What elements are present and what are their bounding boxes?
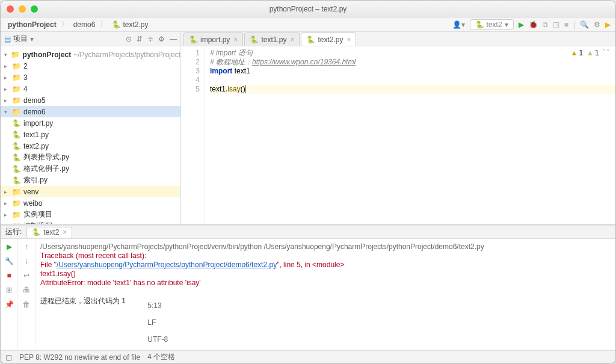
- run-button[interactable]: ▶: [519, 20, 524, 29]
- project-tree[interactable]: ▾📁pythonProject~/PycharmProjects/pythonP…: [1, 46, 180, 224]
- chevron-down-icon[interactable]: ▾: [30, 35, 34, 43]
- window-minimize-button[interactable]: [19, 5, 26, 13]
- run-side-toolbar: ▶ 🔧 ■ ⊞ 📌 ↑ ↓ ↩ 🖶 🗑: [1, 239, 35, 350]
- breadcrumb-item[interactable]: demo6: [71, 19, 98, 30]
- indent-setting[interactable]: 4 个空格: [147, 352, 611, 362]
- show-options-icon[interactable]: ⚙: [158, 35, 165, 43]
- status-bar: ▢ PEP 8: W292 no newline at end of file …: [1, 350, 615, 363]
- down-stack-button[interactable]: ↓: [25, 257, 28, 265]
- close-icon[interactable]: ×: [346, 35, 351, 44]
- coverage-button[interactable]: ⧉: [543, 20, 548, 29]
- modify-run-button[interactable]: 🔧: [5, 257, 14, 265]
- breadcrumb-item[interactable]: pythonProject: [5, 19, 59, 30]
- window-maximize-button[interactable]: [31, 5, 38, 13]
- window-title: pythonProject – text2.py: [1, 5, 615, 13]
- expand-all-icon[interactable]: ⇵: [137, 35, 143, 43]
- tree-item[interactable]: ▸📁4: [1, 83, 180, 94]
- editor-tab[interactable]: 🐍text1.py×: [244, 32, 300, 46]
- status-message: PEP 8: W292 no newline at end of file: [19, 353, 140, 362]
- tree-item[interactable]: ▸📁weibo: [1, 197, 180, 209]
- navbar: pythonProject 〉 demo6 〉 🐍 text2.py 👤▾ 🐍 …: [1, 17, 615, 32]
- code-comment: # import 语句: [210, 49, 253, 57]
- hide-panel-icon[interactable]: —: [170, 35, 177, 43]
- console-file-link[interactable]: /Users/yanshuopeng/PycharmProjects/pytho…: [57, 261, 277, 269]
- pin-button[interactable]: 📌: [5, 300, 14, 309]
- tree-item[interactable]: 🐍import.py: [1, 117, 180, 129]
- up-stack-button[interactable]: ↑: [25, 242, 28, 251]
- clear-button[interactable]: 🗑: [23, 300, 30, 309]
- python-file-icon: 🐍: [32, 228, 41, 236]
- run-anything-icon[interactable]: ▶: [605, 20, 611, 29]
- window-close-button[interactable]: [7, 5, 14, 13]
- tree-item[interactable]: ▸📁demo5: [1, 94, 180, 106]
- tree-item[interactable]: ▸📁实例项目: [1, 209, 180, 220]
- python-file-icon: 🐍: [112, 20, 121, 29]
- tree-item[interactable]: 🐍列表推导式.py: [1, 152, 180, 163]
- inspection-badges[interactable]: ▲1 ▲1 ˆ ˇ: [571, 49, 609, 57]
- stop-button[interactable]: ■: [564, 20, 568, 29]
- debug-button[interactable]: 🐞: [529, 20, 538, 29]
- python-file-icon: 🐍: [475, 20, 484, 29]
- caret: ​: [245, 85, 245, 93]
- tool-windows-button[interactable]: ▢: [5, 353, 12, 362]
- console-cmd: /Users/yanshuopeng/PycharmProjects/pytho…: [40, 242, 611, 251]
- user-icon[interactable]: 👤▾: [452, 20, 465, 29]
- tree-item[interactable]: ▸📁2: [1, 60, 180, 72]
- python-file-icon: 🐍: [250, 35, 259, 44]
- console-line: text1.isay(): [40, 270, 611, 279]
- project-panel-title: 项目: [13, 34, 28, 44]
- code-editor[interactable]: 12345 # import 语句 # 教程地址：https://www.wpo…: [181, 46, 615, 224]
- code-url[interactable]: https://www.wpon.cn/19364.html: [252, 58, 356, 66]
- console-error: AttributeError: module 'text1' has no at…: [40, 279, 611, 288]
- chevron-right-icon: 〉: [100, 19, 107, 29]
- close-icon[interactable]: ×: [63, 228, 67, 236]
- project-panel-header: ▤ 项目 ▾ ⊙ ⇵ ≑ ⚙ —: [1, 32, 180, 46]
- print-button[interactable]: 🖶: [23, 286, 30, 294]
- chevron-icon[interactable]: ˆ ˇ: [603, 49, 609, 57]
- code-area[interactable]: # import 语句 # 教程地址：https://www.wpon.cn/1…: [205, 46, 615, 224]
- tree-item[interactable]: 🐍text1.py: [1, 129, 180, 140]
- tree-item[interactable]: 🐍text2.py: [1, 140, 180, 152]
- run-panel-header: 运行: 🐍 text2 ×: [1, 226, 615, 239]
- layout-button[interactable]: ⊞: [6, 286, 12, 294]
- editor-tab[interactable]: 🐍import.py×: [183, 32, 243, 46]
- console-line: Traceback (most recent call last):: [40, 251, 611, 261]
- stop-button[interactable]: ■: [7, 271, 11, 280]
- settings-icon[interactable]: ⚙: [594, 20, 600, 29]
- close-icon[interactable]: ×: [290, 35, 294, 44]
- titlebar: pythonProject – text2.py: [1, 1, 615, 17]
- file-encoding[interactable]: UTF-8: [147, 335, 611, 344]
- tree-item[interactable]: 🐍索引.py: [1, 174, 180, 186]
- collapse-all-icon[interactable]: ≑: [147, 35, 153, 43]
- close-icon[interactable]: ×: [233, 35, 238, 44]
- tree-item[interactable]: ▸📁3: [1, 72, 180, 83]
- select-opened-file-icon[interactable]: ⊙: [126, 35, 132, 43]
- search-icon[interactable]: 🔍: [580, 20, 589, 29]
- line-separator[interactable]: LF: [147, 318, 611, 327]
- breadcrumb-item[interactable]: 🐍 text2.py: [109, 19, 150, 30]
- run-panel-title: 运行:: [5, 227, 22, 237]
- breadcrumb: pythonProject 〉 demo6 〉 🐍 text2.py: [5, 19, 150, 30]
- tree-item[interactable]: ▾📁demo6: [1, 106, 180, 117]
- caret-position[interactable]: 5:13: [147, 301, 611, 310]
- run-config-selector[interactable]: 🐍 text2 ▾: [470, 19, 514, 30]
- rerun-button[interactable]: ▶: [7, 242, 12, 251]
- chevron-down-icon: ▾: [505, 20, 508, 29]
- weak-warning-icon: ▲: [587, 49, 594, 57]
- ide-window: pythonProject – text2.py pythonProject 〉…: [0, 0, 616, 364]
- tree-item[interactable]: ▸📁venv: [1, 186, 180, 197]
- warning-icon: ▲: [571, 49, 578, 57]
- python-file-icon: 🐍: [189, 35, 198, 44]
- tree-item[interactable]: 🐍格式化例子.py: [1, 163, 180, 174]
- project-tool-window: ▤ 项目 ▾ ⊙ ⇵ ≑ ⚙ — ▾📁pythonProject~/Pychar…: [1, 32, 181, 224]
- chevron-right-icon: 〉: [61, 19, 69, 29]
- editor-area: 🐍import.py×🐍text1.py×🐍text2.py× 12345 # …: [181, 32, 615, 224]
- main-area: ▤ 项目 ▾ ⊙ ⇵ ≑ ⚙ — ▾📁pythonProject~/Pychar…: [1, 32, 615, 224]
- editor-tab[interactable]: 🐍text2.py×: [301, 32, 356, 46]
- run-tab[interactable]: 🐍 text2 ×: [26, 227, 72, 238]
- project-icon: ▤: [4, 35, 11, 43]
- soft-wrap-button[interactable]: ↩: [23, 271, 29, 280]
- profile-button[interactable]: ◳: [553, 20, 559, 29]
- tree-root[interactable]: ▾📁pythonProject~/PycharmProjects/pythonP…: [1, 49, 180, 60]
- editor-tabs: 🐍import.py×🐍text1.py×🐍text2.py×: [181, 32, 615, 46]
